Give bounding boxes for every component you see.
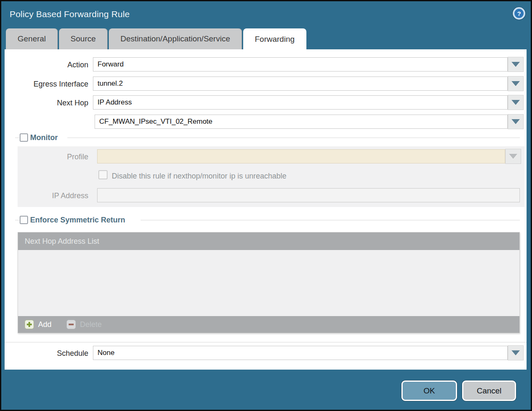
next-hop-address-field[interactable]: CF_MWAN_IPsec_VTI_02_Remote bbox=[95, 115, 508, 129]
egress-interface-value: tunnel.2 bbox=[98, 79, 123, 88]
egress-interface-field[interactable]: tunnel.2 bbox=[93, 77, 508, 91]
forwarding-tab-panel: Action Forward Egress Interface tunnel.2… bbox=[5, 49, 527, 370]
monitor-fieldset-line bbox=[67, 138, 520, 138]
schedule-dropdown-button[interactable] bbox=[508, 345, 524, 360]
add-icon[interactable] bbox=[25, 320, 34, 329]
profile-field bbox=[97, 149, 505, 163]
chevron-down-icon bbox=[511, 81, 520, 86]
schedule-field[interactable]: None bbox=[93, 346, 508, 360]
monitor-checkbox[interactable] bbox=[20, 133, 28, 142]
next-hop-address-list-column-header: Next Hop Address List bbox=[25, 237, 99, 246]
dialog-titlebar: Policy Based Forwarding Rule ? bbox=[1, 1, 531, 28]
enforce-symmetric-return-label[interactable]: Enforce Symmetric Return bbox=[30, 216, 125, 225]
disable-rule-label: Disable this rule if nexthop/monitor ip … bbox=[112, 172, 286, 181]
help-glyph: ? bbox=[517, 10, 521, 17]
profile-label: Profile bbox=[5, 153, 88, 161]
delete-button: Delete bbox=[80, 320, 102, 329]
dialog-footer: OK Cancel bbox=[1, 370, 531, 410]
monitor-ip-address-label: IP Address bbox=[5, 191, 88, 200]
chevron-down-icon bbox=[511, 100, 520, 105]
enforce-fieldset-line bbox=[141, 220, 520, 220]
table-header-row: Next Hop Address List bbox=[18, 232, 519, 250]
profile-dropdown-button bbox=[505, 149, 521, 164]
table-toolbar: Add Delete bbox=[18, 316, 519, 333]
next-hop-address-dropdown-button[interactable] bbox=[508, 114, 524, 129]
next-hop-type-value: IP Address bbox=[98, 98, 132, 107]
chevron-down-icon bbox=[511, 119, 520, 124]
enforce-symmetric-return-checkbox[interactable] bbox=[20, 216, 28, 224]
tab-destination-application-service[interactable]: Destination/Application/Service bbox=[109, 28, 242, 49]
chevron-down-icon bbox=[509, 154, 517, 159]
table-body-empty[interactable] bbox=[18, 250, 519, 316]
action-label: Action bbox=[5, 61, 88, 69]
help-icon[interactable]: ? bbox=[513, 7, 525, 20]
schedule-label: Schedule bbox=[5, 349, 88, 358]
next-hop-address-value: CF_MWAN_IPsec_VTI_02_Remote bbox=[99, 117, 213, 126]
tab-bar: General Source Destination/Application/S… bbox=[6, 28, 306, 49]
tab-source[interactable]: Source bbox=[59, 28, 108, 49]
tab-forwarding[interactable]: Forwarding bbox=[243, 28, 306, 50]
tab-label: Source bbox=[71, 34, 96, 43]
enforce-fieldset-line bbox=[15, 220, 19, 220]
monitor-section-label[interactable]: Monitor bbox=[30, 133, 58, 142]
egress-interface-dropdown-button[interactable] bbox=[508, 76, 524, 91]
delete-icon bbox=[67, 320, 76, 329]
monitor-ip-address-input bbox=[97, 188, 520, 202]
next-hop-label: Next Hop bbox=[5, 99, 88, 107]
action-field[interactable]: Forward bbox=[93, 57, 508, 71]
monitor-fieldset-line bbox=[15, 138, 19, 138]
section-divider bbox=[5, 342, 527, 342]
cancel-button[interactable]: Cancel bbox=[462, 380, 516, 401]
tab-label: Destination/Application/Service bbox=[121, 34, 230, 43]
policy-based-forwarding-rule-dialog: Policy Based Forwarding Rule ? General S… bbox=[0, 0, 532, 411]
add-button[interactable]: Add bbox=[38, 320, 51, 329]
tab-general[interactable]: General bbox=[6, 28, 58, 49]
action-dropdown-button[interactable] bbox=[508, 57, 524, 72]
action-value: Forward bbox=[98, 60, 123, 69]
schedule-value: None bbox=[98, 349, 115, 357]
egress-interface-label: Egress Interface bbox=[5, 80, 88, 89]
next-hop-address-list-table: Next Hop Address List Add Delete bbox=[18, 232, 520, 333]
ok-button[interactable]: OK bbox=[401, 380, 457, 401]
tab-label: General bbox=[18, 34, 46, 43]
dialog-title: Policy Based Forwarding Rule bbox=[10, 9, 130, 19]
next-hop-type-field[interactable]: IP Address bbox=[93, 95, 508, 110]
next-hop-type-dropdown-button[interactable] bbox=[508, 95, 524, 110]
disable-rule-checkbox bbox=[98, 170, 108, 179]
tab-label: Forwarding bbox=[255, 35, 295, 44]
chevron-down-icon bbox=[511, 350, 520, 355]
chevron-down-icon bbox=[511, 62, 520, 67]
